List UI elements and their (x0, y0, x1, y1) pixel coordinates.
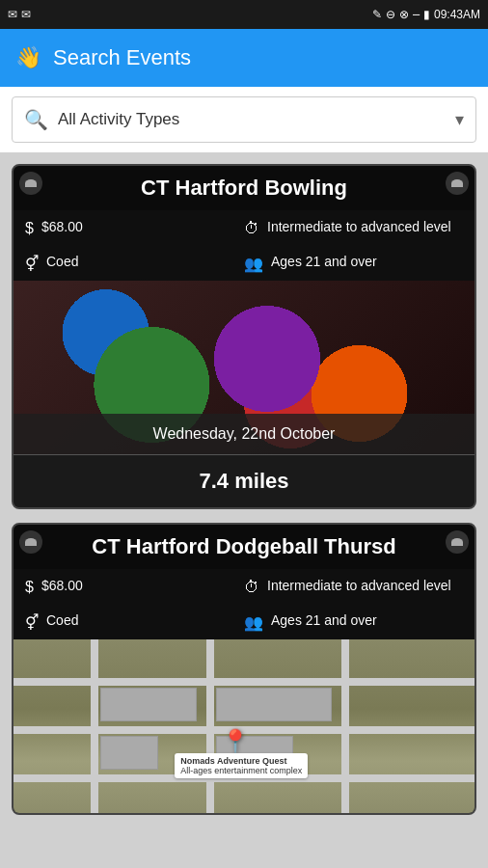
date-overlay-1: Wednesday, 22nd October (14, 414, 474, 454)
search-icon: 🔍 (24, 108, 48, 131)
gender-cell-1: ⚥ Coed (25, 253, 244, 273)
skill-text-2: Intermediate to advanced level (267, 577, 451, 594)
activity-type-selector[interactable]: All Activity Types (58, 110, 455, 129)
wifi-icon: ⊖ (386, 8, 395, 21)
price-cell-2: $ $68.00 (25, 577, 244, 596)
status-bar-right: ✎ ⊖ ⊗ ⎼ ▮ 09:43AM (372, 8, 480, 21)
card-image-bowling: Wednesday, 22nd October (14, 281, 474, 454)
age-cell-2: 👥 Ages 21 and over (244, 611, 463, 632)
corner-pin-tr-1 (446, 172, 469, 195)
distance-bar-1: 7.4 miles (14, 454, 474, 507)
skill-icon-2: ⏱ (244, 579, 259, 596)
status-bar-left: ✉ ✉ (8, 8, 31, 21)
age-text-2: Ages 21 and over (271, 611, 377, 629)
card-info-row-1: $ $68.00 ⏱ Intermediate to advanced leve… (14, 210, 474, 245)
event-card-dodgeball[interactable]: CT Hartford Dodgeball Thursd $ $68.00 ⏱ … (12, 523, 476, 815)
cards-container: CT Hartford Bowling $ $68.00 ⏱ Intermedi… (0, 152, 488, 868)
card-image-dodgeball: 📍 Nomads Adventure QuestAll-ages enterta… (14, 639, 474, 813)
email-icon: ✉ (21, 8, 31, 21)
skill-cell-1: ⏱ Intermediate to advanced level (244, 218, 463, 237)
card-info-row-1b: ⚥ Coed 👥 Ages 21 and over (14, 245, 474, 281)
map-venue-label: Nomads Adventure QuestAll-ages entertain… (175, 753, 308, 778)
message-icon: ✉ (8, 8, 17, 21)
dropdown-arrow-icon: ▾ (455, 109, 464, 130)
card-title-dodgeball: CT Hartford Dodgeball Thursd (14, 525, 474, 569)
map-road-1 (14, 678, 474, 686)
map-building-3 (100, 736, 158, 770)
corner-pin-tr-2 (446, 530, 469, 554)
skill-cell-2: ⏱ Intermediate to advanced level (244, 577, 463, 596)
price-cell-1: $ $68.00 (25, 218, 244, 237)
dollar-icon-1: $ (25, 220, 34, 237)
blocked-icon: ⊗ (399, 8, 409, 21)
gender-text-2: Coed (46, 611, 78, 629)
age-icon-2: 👥 (244, 613, 263, 632)
app-bar: 👋 Search Events (0, 29, 488, 87)
status-bar: ✉ ✉ ✎ ⊖ ⊗ ⎼ ▮ 09:43AM (0, 0, 488, 29)
map-road-5 (206, 639, 214, 813)
gender-icon-1: ⚥ (25, 255, 39, 273)
app-bar-icon: 👋 (15, 45, 41, 70)
card-info-row-2: $ $68.00 ⏱ Intermediate to advanced leve… (14, 569, 474, 604)
battery-icon: ▮ (423, 8, 430, 21)
price-text-2: $68.00 (41, 577, 83, 594)
map-location-pin: 📍 (221, 728, 250, 755)
signal-icon: ⎼ (413, 8, 420, 21)
age-icon-1: 👥 (244, 255, 263, 273)
dollar-icon-2: $ (25, 579, 34, 596)
skill-icon-1: ⏱ (244, 220, 259, 237)
map-road-6 (341, 639, 349, 813)
age-cell-1: 👥 Ages 21 and over (244, 253, 463, 273)
price-text-1: $68.00 (41, 218, 83, 235)
edit-icon: ✎ (372, 8, 382, 21)
age-text-1: Ages 21 and over (271, 253, 377, 270)
skill-text-1: Intermediate to advanced level (267, 218, 451, 235)
gender-cell-2: ⚥ Coed (25, 611, 244, 632)
map-building-1 (100, 688, 197, 721)
card-title-bowling: CT Hartford Bowling (14, 166, 474, 210)
map-background: 📍 Nomads Adventure QuestAll-ages enterta… (14, 639, 474, 813)
event-card-bowling[interactable]: CT Hartford Bowling $ $68.00 ⏱ Intermedi… (12, 164, 476, 509)
map-road-4 (91, 639, 98, 813)
gender-icon-2: ⚥ (25, 613, 39, 632)
card-info-row-2b: ⚥ Coed 👥 Ages 21 and over (14, 604, 474, 639)
map-building-2 (216, 688, 332, 721)
search-bar[interactable]: 🔍 All Activity Types ▾ (12, 96, 476, 143)
app-bar-title: Search Events (53, 45, 191, 70)
corner-pin-tl-2 (19, 530, 42, 554)
time-display: 09:43AM (434, 8, 480, 21)
corner-pin-tl-1 (19, 172, 42, 195)
search-bar-container: 🔍 All Activity Types ▾ (0, 87, 488, 152)
gender-text-1: Coed (46, 253, 78, 270)
